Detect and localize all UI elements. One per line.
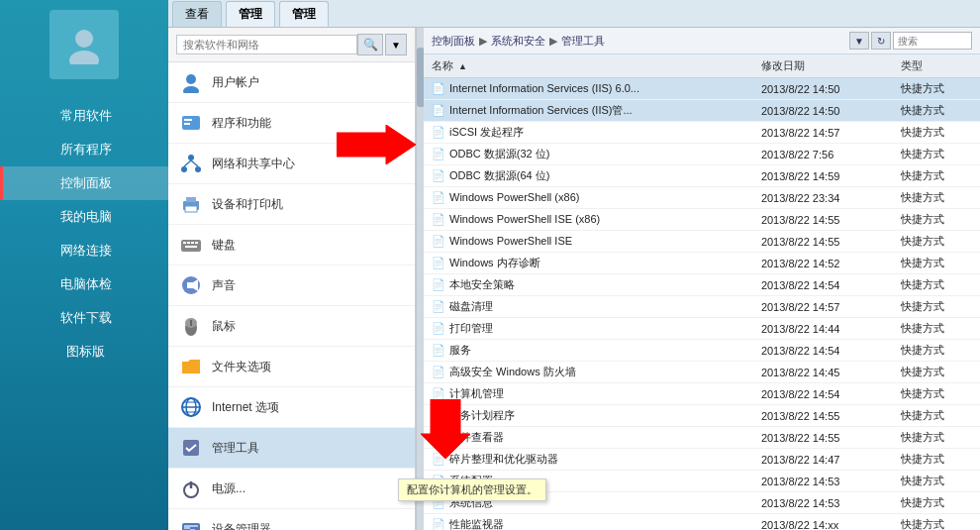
table-row[interactable]: 📄Windows PowerShell ISE (x86)2013/8/22 1… xyxy=(424,209,980,231)
file-name-cell: 📄Windows PowerShell (x86) xyxy=(424,187,753,209)
tab-manage-1[interactable]: 管理 xyxy=(226,1,275,27)
svg-line-11 xyxy=(191,160,198,166)
menu-label: Internet 选项 xyxy=(212,399,279,416)
red-arrow-1-annotation xyxy=(337,125,416,171)
file-date-cell: 2013/8/22 14:47 xyxy=(753,449,893,471)
sidebar-item-all-programs[interactable]: 所有程序 xyxy=(0,133,168,166)
table-row[interactable]: 📄性能监视器2013/8/22 14:xx快捷方式 xyxy=(424,514,980,531)
bc-dropdown-btn[interactable]: ▼ xyxy=(849,32,869,50)
svg-rect-20 xyxy=(185,246,197,248)
admin-tools-icon xyxy=(178,435,204,461)
menu-item-sound[interactable]: 声音 xyxy=(168,265,415,306)
table-row[interactable]: 📄Windows PowerShell ISE2013/8/22 14:55快捷… xyxy=(424,231,980,253)
mouse-icon xyxy=(178,313,204,339)
table-row[interactable]: 📄计算机管理2013/8/22 14:54快捷方式 xyxy=(424,383,980,405)
search-bar: 🔍 ▼ xyxy=(168,28,415,62)
avatar xyxy=(49,10,119,79)
sidebar-item-software-download[interactable]: 软件下载 xyxy=(0,301,168,335)
menu-item-user-accounts[interactable]: 用户帐户 xyxy=(168,62,415,103)
menu-label: 电源... xyxy=(212,480,245,497)
menu-item-internet-options[interactable]: Internet 选项 xyxy=(168,387,415,428)
file-date-cell: 2013/8/22 14:55 xyxy=(753,209,893,231)
menu-label: 键盘 xyxy=(212,237,236,254)
menu-item-power[interactable]: 电源... xyxy=(168,469,415,509)
file-type-cell: 快捷方式 xyxy=(893,274,980,296)
file-type-cell: 快捷方式 xyxy=(893,514,980,531)
svg-rect-14 xyxy=(185,206,197,212)
file-type-cell: 快捷方式 xyxy=(893,209,980,231)
col-date[interactable]: 修改日期 xyxy=(753,54,893,78)
menu-item-admin-tools[interactable]: 管理工具 xyxy=(168,428,415,469)
sidebar-item-icon-view[interactable]: 图标版 xyxy=(0,335,168,369)
table-row[interactable]: 📄Internet Information Services (IIS)管...… xyxy=(424,100,980,122)
file-type-cell: 快捷方式 xyxy=(893,122,980,144)
svg-point-3 xyxy=(183,86,199,93)
bc-search-input[interactable] xyxy=(893,32,972,50)
table-row[interactable]: 📄事件查看器2013/8/22 14:55快捷方式 xyxy=(424,427,980,449)
menu-item-folder-options[interactable]: 文件夹选项 xyxy=(168,347,415,387)
menu-item-device-manager[interactable]: 设备管理器 xyxy=(168,509,415,530)
tab-view[interactable]: 查看 xyxy=(172,1,222,27)
breadcrumb-part-0[interactable]: 控制面板 xyxy=(432,34,475,49)
file-name-cell: 📄ODBC 数据源(32 位) xyxy=(424,144,753,165)
file-name-cell: 📄iSCSI 发起程序 xyxy=(424,122,753,144)
tab-manage-2[interactable]: 管理 xyxy=(279,1,329,27)
table-row[interactable]: 📄ODBC 数据源(32 位)2013/8/22 7:56快捷方式 xyxy=(424,144,980,165)
file-date-cell: 2013/8/22 14:53 xyxy=(753,492,893,514)
file-date-cell: 2013/8/22 14:44 xyxy=(753,318,893,340)
search-input[interactable] xyxy=(176,35,357,54)
sound-icon xyxy=(178,272,204,298)
breadcrumb-controls: ▼ ↻ xyxy=(849,32,972,50)
file-name-cell: 📄ODBC 数据源(64 位) xyxy=(424,165,753,187)
col-name[interactable]: 名称 ▲ xyxy=(424,54,753,78)
menu-item-devices-printers[interactable]: 设备和打印机 xyxy=(168,184,415,225)
sidebar-item-network[interactable]: 网络连接 xyxy=(0,234,168,267)
table-row[interactable]: 📄高级安全 Windows 防火墙2013/8/22 14:45快捷方式 xyxy=(424,362,980,383)
sidebar-item-pc-check[interactable]: 电脑体检 xyxy=(0,267,168,301)
table-row[interactable]: 📄磁盘清理2013/8/22 14:57快捷方式 xyxy=(424,296,980,318)
menu-item-mouse[interactable]: 鼠标 xyxy=(168,306,415,347)
sidebar-item-control-panel[interactable]: 控制面板 xyxy=(0,166,168,200)
bc-refresh-btn[interactable]: ↻ xyxy=(871,32,891,50)
nav-arrow-button[interactable]: ▼ xyxy=(385,34,407,55)
file-name-cell: 📄任务计划程序 xyxy=(424,405,753,427)
file-type-cell: 快捷方式 xyxy=(893,231,980,253)
file-name-cell: 📄服务 xyxy=(424,340,753,362)
svg-point-9 xyxy=(195,166,201,172)
search-button[interactable]: 🔍 xyxy=(357,34,383,55)
svg-rect-6 xyxy=(184,123,190,125)
table-row[interactable]: 📄碎片整理和优化驱动器2013/8/22 14:47快捷方式 xyxy=(424,449,980,471)
file-date-cell: 2013/8/22 14:57 xyxy=(753,296,893,318)
svg-rect-13 xyxy=(186,197,196,202)
breadcrumb-part-2[interactable]: 管理工具 xyxy=(561,34,605,49)
table-row[interactable]: 📄Windows 内存诊断2013/8/22 14:52快捷方式 xyxy=(424,253,980,274)
menu-item-keyboard[interactable]: 键盘 xyxy=(168,225,415,265)
table-row[interactable]: 📄ODBC 数据源(64 位)2013/8/22 14:59快捷方式 xyxy=(424,165,980,187)
file-type-cell: 快捷方式 xyxy=(893,253,980,274)
power-icon xyxy=(178,476,204,501)
sidebar-item-my-computer[interactable]: 我的电脑 xyxy=(0,200,168,234)
table-row[interactable]: 📄服务2013/8/22 14:54快捷方式 xyxy=(424,340,980,362)
sidebar: 常用软件 所有程序 控制面板 我的电脑 网络连接 电脑体检 软件下载 图标版 xyxy=(0,0,168,530)
menu-label: 网络和共享中心 xyxy=(212,156,295,172)
breadcrumb-bar: 控制面板 ▶ 系统和安全 ▶ 管理工具 ▼ ↻ xyxy=(424,28,980,54)
table-row[interactable]: 📄打印管理2013/8/22 14:44快捷方式 xyxy=(424,318,980,340)
file-type-cell: 快捷方式 xyxy=(893,471,980,492)
table-row[interactable]: 📄iSCSI 发起程序2013/8/22 14:57快捷方式 xyxy=(424,122,980,144)
sort-arrow-name: ▲ xyxy=(458,61,467,71)
sidebar-item-common-software[interactable]: 常用软件 xyxy=(0,99,168,133)
toolbar: 查看 管理 管理 xyxy=(168,0,980,28)
file-type-cell: 快捷方式 xyxy=(893,492,980,514)
file-date-cell: 2013/8/22 14:xx xyxy=(753,514,893,531)
table-row[interactable]: 📄Windows PowerShell (x86)2013/8/22 23:34… xyxy=(424,187,980,209)
col-type[interactable]: 类型 xyxy=(893,54,980,78)
file-date-cell: 2013/8/22 14:52 xyxy=(753,253,893,274)
table-row[interactable]: 📄任务计划程序2013/8/22 14:55快捷方式 xyxy=(424,405,980,427)
svg-rect-17 xyxy=(187,242,190,244)
breadcrumb-part-1[interactable]: 系统和安全 xyxy=(491,34,545,49)
menu-label: 设备和打印机 xyxy=(212,196,283,213)
table-row[interactable]: 📄本地安全策略2013/8/22 14:54快捷方式 xyxy=(424,274,980,296)
svg-rect-5 xyxy=(184,119,192,121)
table-row[interactable]: 📄Internet Information Services (IIS) 6.0… xyxy=(424,78,980,100)
keyboard-icon xyxy=(178,232,204,258)
